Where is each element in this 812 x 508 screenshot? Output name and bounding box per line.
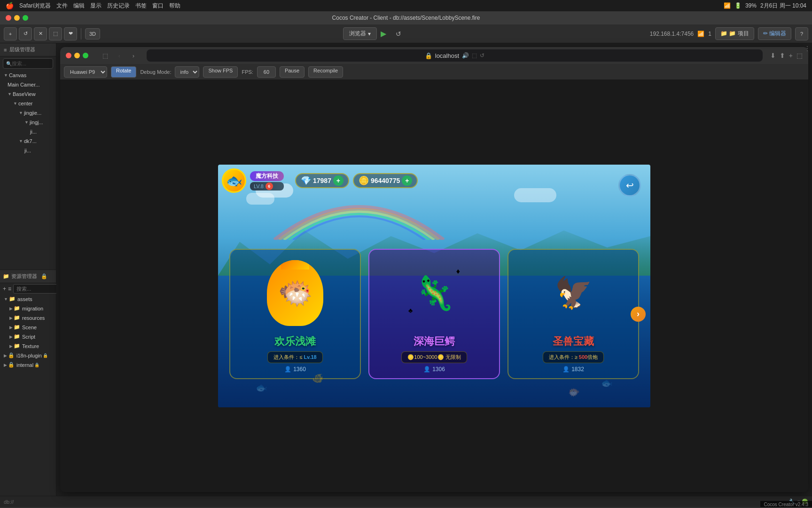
safari-close-btn[interactable] [66, 53, 71, 58]
safari-fullscreen-btn[interactable] [83, 53, 88, 58]
hierarchy-panel-toggle[interactable]: ⋮ [803, 43, 812, 54]
asset-item-migration[interactable]: ▶ 📁 migration [0, 304, 56, 313]
editor-button[interactable]: ✏ 编辑器 [758, 27, 791, 40]
toolbar-refresh-btn[interactable]: ↺ [19, 27, 32, 40]
tree-item-main-camera[interactable]: Main Camer... [0, 80, 56, 89]
tabs-overview-icon[interactable]: ⬚ [796, 52, 803, 59]
toolbar-frame-btn[interactable]: ⬚ [49, 27, 62, 40]
minimize-button[interactable] [14, 15, 20, 21]
safari-forward-btn[interactable]: › [128, 50, 139, 61]
game-area: 🐟 魔方科技 LV.8 6 [60, 80, 808, 492]
hierarchy-search[interactable]: 🔍 搜索... [3, 58, 53, 69]
close-button[interactable] [6, 15, 11, 21]
fps-input[interactable] [257, 66, 276, 78]
players-icon-beast: 👤 [562, 366, 570, 373]
project-button[interactable]: 📁 📁 项目 [715, 27, 754, 40]
toolbar-heart-btn[interactable]: ❤ [64, 27, 77, 40]
safari-back-btn[interactable]: ‹ [114, 50, 125, 61]
room-card-deep[interactable]: 🦎 ♦️ ♣ 深海巨鳄 🪙100~3000🪙 无限制 [368, 249, 500, 379]
room-character-deep: 🦎 ♦️ ♣ [401, 255, 467, 331]
tree-item-jingj[interactable]: ▼ jingj... [0, 118, 56, 127]
toolbar-3d-toggle[interactable]: 3D [85, 28, 100, 40]
recompile-btn[interactable]: Recompile [308, 66, 343, 78]
asset-folder-icon-script: 📁 [14, 333, 20, 340]
asset-sort-btn[interactable]: ≡ [8, 285, 11, 293]
asset-lock-icon-internal: 🔒 [8, 362, 15, 368]
center-area: ⬚ ‹ › 🔒 localhost 🔊 ⬚ ↺ ⬇ ⬆ + ⬚ [56, 43, 812, 496]
room-character-beast: 🦅 [540, 255, 606, 331]
asset-lock-icon-i18n: 🔒 [8, 352, 15, 358]
menu-history[interactable]: 历史记录 [107, 2, 130, 10]
main-layout: ≡ 层级管理器 ⋮ 🔍 搜索... ▼ Canvas Main Camer...… [0, 43, 812, 496]
asset-panel-icon: 📁 [3, 273, 9, 279]
tree-item-center[interactable]: ▼ center [0, 99, 56, 108]
menu-file[interactable]: 文件 [56, 2, 68, 10]
left-panel: ≡ 层级管理器 ⋮ 🔍 搜索... ▼ Canvas Main Camer...… [0, 43, 56, 496]
asset-item-internal[interactable]: ▶ 🔒 internal 🔒 [0, 360, 56, 370]
play-button[interactable]: ▶ [381, 28, 392, 40]
add-coins-btn[interactable]: + [402, 175, 412, 186]
players-icon-shallow: 👤 [284, 366, 291, 373]
pause-btn[interactable]: Pause [280, 66, 304, 78]
player-name-badge: 魔方科技 [250, 171, 284, 181]
tree-item-ji1[interactable]: ji... [0, 127, 56, 136]
asset-panel: 📁 资源管理器 🔒 + ≡ ▼ 📁 assets ▶ 📁 migration [0, 270, 56, 496]
device-select[interactable]: Huawei P9 [64, 66, 107, 78]
fish-deco-2: 🐠 [312, 373, 324, 384]
battery-icon: 🔋 [734, 2, 742, 9]
rotate-btn[interactable]: Rotate [111, 66, 136, 78]
asset-add-btn[interactable]: + [3, 285, 6, 293]
window-title: Cocos Creator - Client - db://assets/Sce… [332, 15, 480, 21]
safari-minimize-btn[interactable] [74, 53, 80, 58]
coin-icon: 🪙 [359, 175, 369, 186]
asset-item-i18n[interactable]: ▶ 🔒 i18n-plugin 🔒 [0, 351, 56, 360]
room-card-shallow[interactable]: 🐡 欢乐浅滩 进入条件：≤ Lv.18 👤 [229, 249, 361, 379]
back-button[interactable]: ↩ [618, 174, 641, 197]
safari-address-bar[interactable]: 🔒 localhost 🔊 ⬚ ↺ [147, 49, 763, 62]
refresh-game-button[interactable]: ↺ [396, 28, 407, 40]
tree-item-dk7[interactable]: ▼ dk7... [0, 136, 56, 146]
tree-label-ji1: ji... [30, 129, 37, 135]
tree-item-baseview[interactable]: ▼ BaseView [0, 89, 56, 99]
show-fps-btn[interactable]: Show FPS [203, 66, 238, 78]
room-card-beast[interactable]: 🦅 圣兽宝藏 进入条件：≥ 500倍炮 👤 1832 [508, 249, 639, 379]
fullscreen-button[interactable] [23, 15, 28, 21]
asset-item-script[interactable]: ▶ 📁 Script [0, 332, 56, 341]
tree-item-ji2[interactable]: ji... [0, 146, 56, 155]
toolbar-add-btn[interactable]: + [4, 27, 17, 40]
room-players-deep: 👤 1306 [423, 366, 445, 373]
tree-item-jingjie[interactable]: ▼ jingjie... [0, 108, 56, 118]
debug-mode-select[interactable]: info [175, 66, 199, 78]
toolbar-close-btn[interactable]: ✕ [34, 27, 47, 40]
tree-item-canvas[interactable]: ▼ Canvas [0, 71, 56, 80]
add-diamonds-btn[interactable]: + [333, 175, 344, 186]
asset-label-script: Script [22, 334, 35, 340]
sidebar-toggle-btn[interactable]: ⬚ [100, 50, 111, 61]
browser-dropdown[interactable]: 浏览器 ▾ [343, 27, 377, 40]
asset-item-assets[interactable]: ▼ 📁 assets [0, 294, 56, 304]
menu-window[interactable]: 窗口 [152, 2, 164, 10]
diamond-icon: 💎 [301, 175, 311, 186]
tree-label-center: center [18, 101, 33, 106]
menu-help[interactable]: 帮助 [169, 2, 180, 10]
help-button[interactable]: ? [795, 27, 808, 40]
asset-arrow-migration: ▶ [9, 306, 13, 311]
level-badge: 6 [265, 183, 273, 190]
player-avatar: 🐟 [222, 168, 246, 193]
download-icon[interactable]: ⬇ [770, 52, 776, 59]
asset-item-resources[interactable]: ▶ 📁 resources [0, 313, 56, 323]
lock-decoration-internal: 🔒 [34, 363, 39, 367]
content-blockers-icon: ⬚ [472, 52, 477, 59]
reload-icon[interactable]: ↺ [480, 52, 484, 59]
new-tab-icon[interactable]: + [789, 52, 793, 59]
hierarchy-icon: ≡ [4, 47, 7, 53]
share-icon[interactable]: ⬆ [780, 52, 785, 59]
menu-edit[interactable]: 编辑 [73, 2, 85, 10]
asset-item-texture[interactable]: ▶ 📁 Texture [0, 341, 56, 351]
asset-item-scene[interactable]: ▶ 📁 Scene [0, 323, 56, 332]
tree-arrow-jingjie: ▼ [19, 111, 23, 115]
hierarchy-tree: ▼ Canvas Main Camer... ▼ BaseView ▼ cent… [0, 71, 56, 270]
menu-bookmarks[interactable]: 书签 [135, 2, 147, 10]
next-rooms-btn[interactable]: › [631, 307, 646, 322]
menu-view[interactable]: 显示 [90, 2, 102, 10]
